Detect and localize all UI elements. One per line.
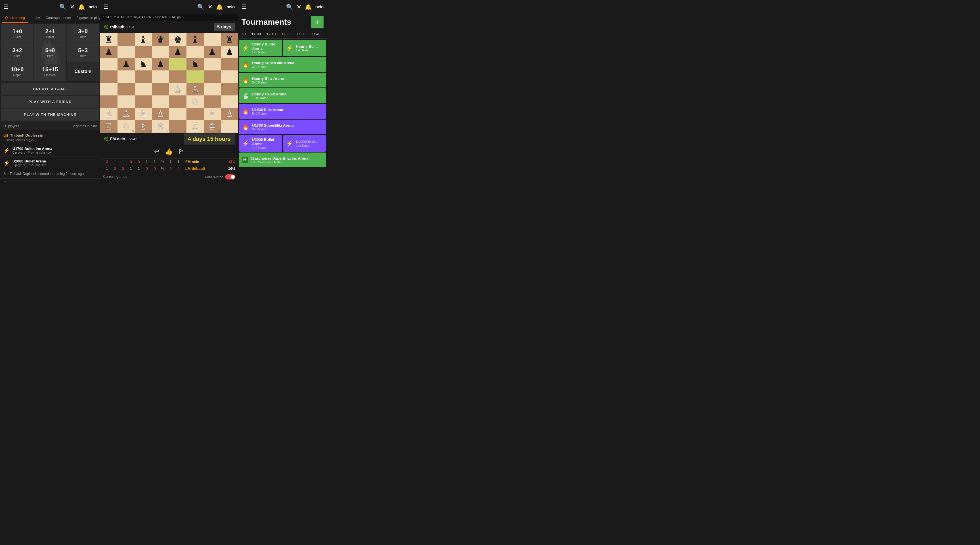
auto-switch-toggle[interactable]: [225, 174, 235, 180]
chess-square[interactable]: [169, 70, 186, 83]
chess-square[interactable]: ♟: [100, 46, 118, 58]
chess-square[interactable]: [100, 83, 118, 96]
chess-square[interactable]: ♟: [169, 46, 186, 58]
chess-square[interactable]: ♟7: [221, 46, 238, 58]
tournament-item-7[interactable]: H Crazyhouse SuperBlitz Inc Arena 3+1 Cr…: [239, 153, 326, 167]
chess-square[interactable]: ♙: [152, 108, 169, 120]
chess-square[interactable]: ♕D: [152, 120, 169, 132]
lobby-username-text[interactable]: Thibault Duplessis: [10, 133, 43, 137]
tab-correspondence[interactable]: Correspondence: [43, 14, 74, 23]
thumbsup-button[interactable]: 👍: [165, 148, 173, 155]
undo-button[interactable]: ↩: [154, 148, 159, 155]
middle-menu-icon[interactable]: ☰: [103, 3, 109, 10]
close-icon[interactable]: ✕: [70, 3, 75, 10]
tournament-item-2[interactable]: 🔥 Hourly Blitz Arena 5+0 Rated: [239, 73, 326, 88]
chess-square[interactable]: 3: [221, 96, 238, 108]
pairing-15-15[interactable]: 15+15 Classical: [34, 62, 67, 81]
right-bell-icon[interactable]: 🔔: [305, 3, 312, 10]
chess-square[interactable]: [204, 33, 221, 46]
chess-square[interactable]: ♘: [186, 96, 204, 108]
middle-bell-icon[interactable]: 🔔: [216, 3, 223, 10]
chess-square[interactable]: ♗C: [135, 120, 152, 132]
chess-square[interactable]: ♝: [186, 33, 204, 46]
chess-square[interactable]: ♝: [135, 33, 152, 46]
menu-icon[interactable]: ☰: [3, 3, 8, 10]
pairing-3-0[interactable]: 3+0 Blitz: [67, 24, 99, 43]
chess-square[interactable]: ♞: [186, 58, 204, 71]
chess-square[interactable]: [100, 58, 118, 71]
tournament-item-3[interactable]: 🐇 Hourly Rapid Arena 10+0 Rated: [239, 88, 326, 103]
chess-square[interactable]: ♚: [169, 33, 186, 46]
chess-square[interactable]: [186, 70, 204, 83]
chess-square[interactable]: [204, 83, 221, 96]
tournament-item-partial-0[interactable]: ⚡ Hourly Bull... 1+0 Rated: [283, 40, 326, 56]
tournament-item-6[interactable]: ⚡ U2000 Bullet Arena 1+0 Rated: [239, 135, 282, 151]
right-close-icon[interactable]: ✕: [297, 3, 301, 10]
tournament-item-4[interactable]: 🔥 U1500 Blitz Arena 5+0 Rated: [239, 104, 326, 119]
chess-square[interactable]: ♖A: [100, 120, 118, 132]
chess-square[interactable]: ♙2: [221, 108, 238, 120]
chess-square[interactable]: ♙: [186, 83, 204, 96]
chess-square[interactable]: [135, 70, 152, 83]
pairing-2-1[interactable]: 2+1 Bullet: [34, 24, 67, 43]
chess-square[interactable]: ♔G: [204, 120, 221, 132]
pairing-5-0[interactable]: 5+0 Blitz: [34, 43, 67, 62]
tournament-item-5[interactable]: 🔥 U1700 SuperBlitz Arena 3+0 Rated: [239, 120, 326, 134]
chess-square[interactable]: [204, 96, 221, 108]
chess-square[interactable]: [152, 46, 169, 58]
chess-square[interactable]: [169, 58, 186, 71]
chess-square[interactable]: ♜8: [221, 33, 238, 46]
chess-square[interactable]: [204, 58, 221, 71]
pairing-3-2[interactable]: 3+2 Blitz: [1, 43, 33, 62]
play-machine-button[interactable]: PLAY WITH THE MACHINE: [1, 108, 99, 121]
chess-square[interactable]: [135, 96, 152, 108]
right-menu-icon[interactable]: ☰: [242, 3, 247, 10]
chess-square[interactable]: [186, 108, 204, 120]
right-search-icon[interactable]: 🔍: [286, 3, 293, 10]
chess-square[interactable]: ♙: [169, 83, 186, 96]
chess-square[interactable]: ♙: [135, 108, 152, 120]
tab-quick-pairing[interactable]: Quick pairing: [2, 14, 28, 23]
chess-square[interactable]: ♙: [118, 108, 135, 120]
chess-square[interactable]: ♛: [152, 33, 169, 46]
tab-lobby[interactable]: Lobby: [28, 14, 43, 23]
chess-square[interactable]: ♞: [135, 58, 152, 71]
play-friend-button[interactable]: PLAY WITH A FRIEND: [1, 96, 99, 108]
tournament-item-partial-1[interactable]: ⚡ U2000 Bull... 1+1 Rated: [283, 135, 326, 151]
chess-square[interactable]: ♙: [204, 108, 221, 120]
flag-button[interactable]: 🏳: [178, 148, 185, 155]
chess-square[interactable]: ♟: [204, 46, 221, 58]
pairing-10-0[interactable]: 10+0 Rapid: [1, 62, 33, 81]
chess-square[interactable]: ♜: [100, 33, 118, 46]
chess-square[interactable]: 6: [221, 58, 238, 71]
chess-square[interactable]: ♘B: [118, 120, 135, 132]
bell-icon[interactable]: 🔔: [78, 3, 85, 10]
chess-square[interactable]: [152, 83, 169, 96]
pairing-5-3[interactable]: 5+3 Blitz: [67, 43, 99, 62]
chess-square[interactable]: 5: [221, 70, 238, 83]
chess-square[interactable]: ♟: [118, 58, 135, 71]
chess-square[interactable]: [100, 96, 118, 108]
chess-square[interactable]: [118, 70, 135, 83]
chess-square[interactable]: [152, 96, 169, 108]
chess-square[interactable]: [204, 70, 221, 83]
tab-games-in-play[interactable]: 3 games in play 3: [73, 14, 100, 23]
middle-search-icon[interactable]: 🔍: [197, 3, 204, 10]
arena-item-1[interactable]: ⚡ U2000 Bullet Arena 0 players · in 23 m…: [0, 157, 100, 169]
chess-square[interactable]: ♟: [152, 58, 169, 71]
chess-square[interactable]: [100, 70, 118, 83]
chess-board[interactable]: ♜♝♛♚♝♜8♟♟♟♟7♟♞♟♞65♙♙4♘3♙♙♙♙♙♙2♖A♘B♗C♕DE♖…: [100, 33, 238, 132]
chess-square[interactable]: ♖F: [186, 120, 204, 132]
chess-square[interactable]: [118, 46, 135, 58]
chess-square[interactable]: [186, 46, 204, 58]
chess-square[interactable]: [169, 96, 186, 108]
chess-square[interactable]: [169, 108, 186, 120]
create-game-button[interactable]: CREATE A GAME: [1, 83, 99, 95]
pairing-1-0[interactable]: 1+0 Bullet: [1, 24, 33, 43]
chess-square[interactable]: [152, 70, 169, 83]
tournament-item-0[interactable]: ⚡ Hourly Bullet Arena 1+0 Rated: [239, 40, 282, 56]
tournament-item-1[interactable]: 🔥 Hourly SuperBlitz Arena 3+0 Rated: [239, 57, 326, 72]
chess-square[interactable]: [135, 46, 152, 58]
add-tournament-button[interactable]: +: [311, 16, 323, 29]
chess-square[interactable]: E: [169, 120, 186, 132]
